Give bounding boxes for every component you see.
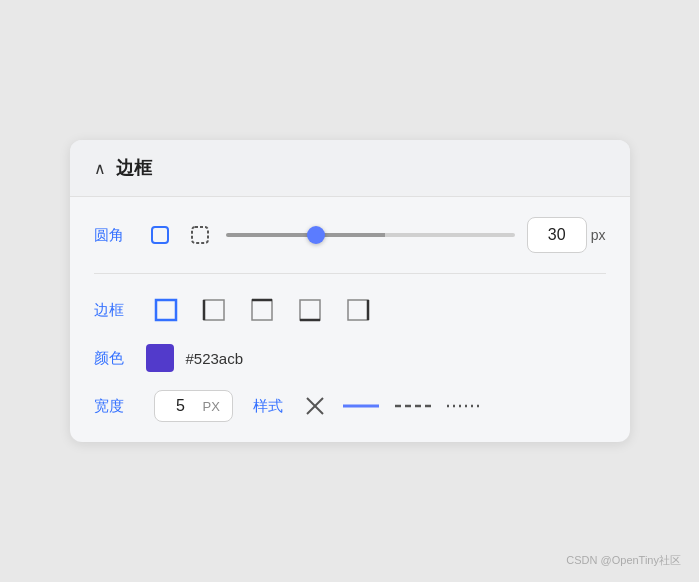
border-left-icon[interactable] [198,294,230,326]
panel-header: ∧ 边框 [70,140,630,197]
color-row: 颜色 #523acb [94,344,606,372]
collapse-icon[interactable]: ∧ [94,159,106,178]
style-dotted-icon[interactable] [447,400,483,412]
panel-body: 圆角 px 边框 [70,197,630,442]
style-dashed-icon[interactable] [395,400,431,412]
width-row: 宽度 PX 样式 [94,390,606,422]
color-label: 颜色 [94,349,134,368]
radius-unit: px [591,227,606,243]
radius-value-input[interactable] [527,217,587,253]
style-solid-icon[interactable] [343,400,379,412]
radius-slider-container [226,233,515,237]
width-input-wrap: PX [154,390,233,422]
svg-rect-2 [156,300,176,320]
border-icons-row: 边框 [94,294,606,326]
radius-all-icon[interactable] [146,221,174,249]
width-value-input[interactable] [167,397,195,415]
border-bottom-icon[interactable] [294,294,326,326]
panel-title: 边框 [116,156,152,180]
watermark: CSDN @OpenTiny社区 [566,553,681,568]
style-none-icon[interactable] [303,394,327,418]
radius-label: 圆角 [94,226,134,245]
svg-rect-3 [204,300,224,320]
svg-rect-0 [152,227,168,243]
style-icons [303,394,483,418]
style-label: 样式 [253,397,283,416]
radius-slider[interactable] [226,233,515,237]
radius-value-wrap: px [527,217,606,253]
color-swatch[interactable] [146,344,174,372]
border-panel: ∧ 边框 圆角 px [70,140,630,442]
svg-rect-9 [348,300,368,320]
svg-rect-7 [300,300,320,320]
width-label: 宽度 [94,397,134,416]
svg-rect-5 [252,300,272,320]
border-right-icon[interactable] [342,294,374,326]
width-unit: PX [203,399,220,414]
color-hex-value: #523acb [186,350,244,367]
svg-rect-1 [192,227,208,243]
border-all-icon[interactable] [150,294,182,326]
border-top-icon[interactable] [246,294,278,326]
border-label: 边框 [94,301,134,320]
radius-row: 圆角 px [94,217,606,274]
radius-single-icon[interactable] [186,221,214,249]
